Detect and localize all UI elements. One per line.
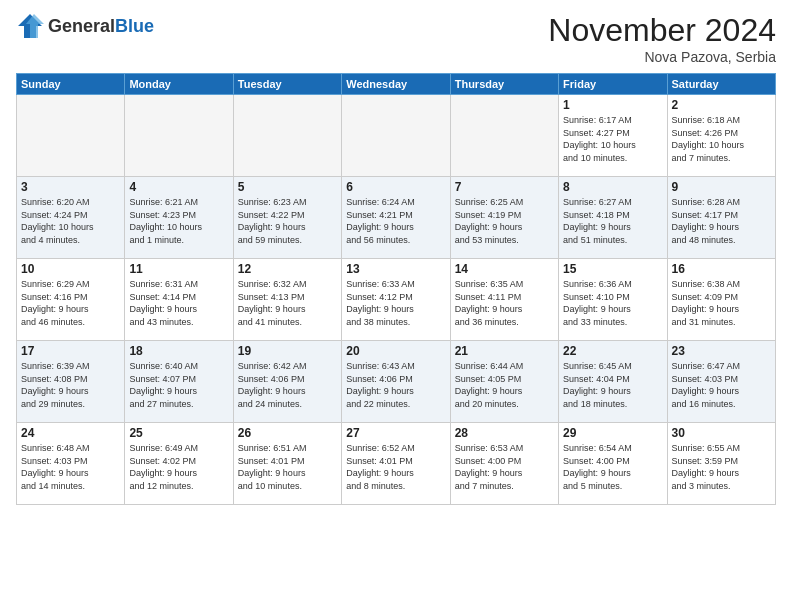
day-number: 2 xyxy=(672,98,771,112)
day-info: Sunrise: 6:45 AM Sunset: 4:04 PM Dayligh… xyxy=(563,360,662,410)
day-info: Sunrise: 6:29 AM Sunset: 4:16 PM Dayligh… xyxy=(21,278,120,328)
table-cell: 10Sunrise: 6:29 AM Sunset: 4:16 PM Dayli… xyxy=(17,259,125,341)
day-number: 21 xyxy=(455,344,554,358)
day-number: 20 xyxy=(346,344,445,358)
table-cell xyxy=(450,95,558,177)
day-number: 13 xyxy=(346,262,445,276)
table-cell xyxy=(17,95,125,177)
day-info: Sunrise: 6:49 AM Sunset: 4:02 PM Dayligh… xyxy=(129,442,228,492)
day-info: Sunrise: 6:52 AM Sunset: 4:01 PM Dayligh… xyxy=(346,442,445,492)
day-number: 14 xyxy=(455,262,554,276)
table-cell: 14Sunrise: 6:35 AM Sunset: 4:11 PM Dayli… xyxy=(450,259,558,341)
col-sunday: Sunday xyxy=(17,74,125,95)
day-info: Sunrise: 6:42 AM Sunset: 4:06 PM Dayligh… xyxy=(238,360,337,410)
table-cell: 24Sunrise: 6:48 AM Sunset: 4:03 PM Dayli… xyxy=(17,423,125,505)
day-number: 5 xyxy=(238,180,337,194)
table-cell: 13Sunrise: 6:33 AM Sunset: 4:12 PM Dayli… xyxy=(342,259,450,341)
day-info: Sunrise: 6:17 AM Sunset: 4:27 PM Dayligh… xyxy=(563,114,662,164)
day-number: 18 xyxy=(129,344,228,358)
day-number: 4 xyxy=(129,180,228,194)
day-number: 1 xyxy=(563,98,662,112)
table-cell: 15Sunrise: 6:36 AM Sunset: 4:10 PM Dayli… xyxy=(559,259,667,341)
day-info: Sunrise: 6:54 AM Sunset: 4:00 PM Dayligh… xyxy=(563,442,662,492)
day-info: Sunrise: 6:31 AM Sunset: 4:14 PM Dayligh… xyxy=(129,278,228,328)
table-cell: 22Sunrise: 6:45 AM Sunset: 4:04 PM Dayli… xyxy=(559,341,667,423)
calendar-row: 1Sunrise: 6:17 AM Sunset: 4:27 PM Daylig… xyxy=(17,95,776,177)
table-cell: 23Sunrise: 6:47 AM Sunset: 4:03 PM Dayli… xyxy=(667,341,775,423)
table-cell: 7Sunrise: 6:25 AM Sunset: 4:19 PM Daylig… xyxy=(450,177,558,259)
calendar-row: 24Sunrise: 6:48 AM Sunset: 4:03 PM Dayli… xyxy=(17,423,776,505)
col-tuesday: Tuesday xyxy=(233,74,341,95)
day-info: Sunrise: 6:23 AM Sunset: 4:22 PM Dayligh… xyxy=(238,196,337,246)
table-cell xyxy=(342,95,450,177)
day-info: Sunrise: 6:33 AM Sunset: 4:12 PM Dayligh… xyxy=(346,278,445,328)
day-number: 22 xyxy=(563,344,662,358)
col-wednesday: Wednesday xyxy=(342,74,450,95)
day-info: Sunrise: 6:53 AM Sunset: 4:00 PM Dayligh… xyxy=(455,442,554,492)
day-number: 26 xyxy=(238,426,337,440)
day-number: 11 xyxy=(129,262,228,276)
day-number: 28 xyxy=(455,426,554,440)
table-cell: 8Sunrise: 6:27 AM Sunset: 4:18 PM Daylig… xyxy=(559,177,667,259)
table-cell: 29Sunrise: 6:54 AM Sunset: 4:00 PM Dayli… xyxy=(559,423,667,505)
logo: GeneralBlue xyxy=(16,12,154,40)
day-number: 3 xyxy=(21,180,120,194)
calendar-row: 3Sunrise: 6:20 AM Sunset: 4:24 PM Daylig… xyxy=(17,177,776,259)
table-cell: 28Sunrise: 6:53 AM Sunset: 4:00 PM Dayli… xyxy=(450,423,558,505)
day-info: Sunrise: 6:25 AM Sunset: 4:19 PM Dayligh… xyxy=(455,196,554,246)
calendar-row: 10Sunrise: 6:29 AM Sunset: 4:16 PM Dayli… xyxy=(17,259,776,341)
col-thursday: Thursday xyxy=(450,74,558,95)
table-cell: 6Sunrise: 6:24 AM Sunset: 4:21 PM Daylig… xyxy=(342,177,450,259)
day-number: 12 xyxy=(238,262,337,276)
day-info: Sunrise: 6:43 AM Sunset: 4:06 PM Dayligh… xyxy=(346,360,445,410)
table-cell: 5Sunrise: 6:23 AM Sunset: 4:22 PM Daylig… xyxy=(233,177,341,259)
header: GeneralBlue November 2024 Nova Pazova, S… xyxy=(16,12,776,65)
day-number: 27 xyxy=(346,426,445,440)
day-info: Sunrise: 6:24 AM Sunset: 4:21 PM Dayligh… xyxy=(346,196,445,246)
col-saturday: Saturday xyxy=(667,74,775,95)
day-info: Sunrise: 6:47 AM Sunset: 4:03 PM Dayligh… xyxy=(672,360,771,410)
logo-icon xyxy=(16,12,44,40)
table-cell: 9Sunrise: 6:28 AM Sunset: 4:17 PM Daylig… xyxy=(667,177,775,259)
calendar-table: Sunday Monday Tuesday Wednesday Thursday… xyxy=(16,73,776,505)
day-info: Sunrise: 6:36 AM Sunset: 4:10 PM Dayligh… xyxy=(563,278,662,328)
day-info: Sunrise: 6:35 AM Sunset: 4:11 PM Dayligh… xyxy=(455,278,554,328)
table-cell: 25Sunrise: 6:49 AM Sunset: 4:02 PM Dayli… xyxy=(125,423,233,505)
header-row: Sunday Monday Tuesday Wednesday Thursday… xyxy=(17,74,776,95)
day-number: 10 xyxy=(21,262,120,276)
day-number: 25 xyxy=(129,426,228,440)
day-info: Sunrise: 6:32 AM Sunset: 4:13 PM Dayligh… xyxy=(238,278,337,328)
day-info: Sunrise: 6:51 AM Sunset: 4:01 PM Dayligh… xyxy=(238,442,337,492)
day-info: Sunrise: 6:40 AM Sunset: 4:07 PM Dayligh… xyxy=(129,360,228,410)
day-info: Sunrise: 6:44 AM Sunset: 4:05 PM Dayligh… xyxy=(455,360,554,410)
day-info: Sunrise: 6:18 AM Sunset: 4:26 PM Dayligh… xyxy=(672,114,771,164)
day-info: Sunrise: 6:38 AM Sunset: 4:09 PM Dayligh… xyxy=(672,278,771,328)
day-number: 17 xyxy=(21,344,120,358)
day-info: Sunrise: 6:39 AM Sunset: 4:08 PM Dayligh… xyxy=(21,360,120,410)
day-info: Sunrise: 6:27 AM Sunset: 4:18 PM Dayligh… xyxy=(563,196,662,246)
day-number: 9 xyxy=(672,180,771,194)
day-number: 29 xyxy=(563,426,662,440)
day-number: 6 xyxy=(346,180,445,194)
title-block: November 2024 Nova Pazova, Serbia xyxy=(548,12,776,65)
location: Nova Pazova, Serbia xyxy=(548,49,776,65)
day-number: 15 xyxy=(563,262,662,276)
table-cell: 12Sunrise: 6:32 AM Sunset: 4:13 PM Dayli… xyxy=(233,259,341,341)
table-cell: 26Sunrise: 6:51 AM Sunset: 4:01 PM Dayli… xyxy=(233,423,341,505)
logo-general: General xyxy=(48,16,115,36)
day-info: Sunrise: 6:21 AM Sunset: 4:23 PM Dayligh… xyxy=(129,196,228,246)
table-cell: 20Sunrise: 6:43 AM Sunset: 4:06 PM Dayli… xyxy=(342,341,450,423)
table-cell: 2Sunrise: 6:18 AM Sunset: 4:26 PM Daylig… xyxy=(667,95,775,177)
day-number: 16 xyxy=(672,262,771,276)
day-info: Sunrise: 6:28 AM Sunset: 4:17 PM Dayligh… xyxy=(672,196,771,246)
month-title: November 2024 xyxy=(548,12,776,49)
table-cell xyxy=(233,95,341,177)
table-cell: 21Sunrise: 6:44 AM Sunset: 4:05 PM Dayli… xyxy=(450,341,558,423)
table-cell: 4Sunrise: 6:21 AM Sunset: 4:23 PM Daylig… xyxy=(125,177,233,259)
table-cell: 18Sunrise: 6:40 AM Sunset: 4:07 PM Dayli… xyxy=(125,341,233,423)
table-cell: 11Sunrise: 6:31 AM Sunset: 4:14 PM Dayli… xyxy=(125,259,233,341)
table-cell: 3Sunrise: 6:20 AM Sunset: 4:24 PM Daylig… xyxy=(17,177,125,259)
table-cell xyxy=(125,95,233,177)
table-cell: 27Sunrise: 6:52 AM Sunset: 4:01 PM Dayli… xyxy=(342,423,450,505)
day-number: 8 xyxy=(563,180,662,194)
